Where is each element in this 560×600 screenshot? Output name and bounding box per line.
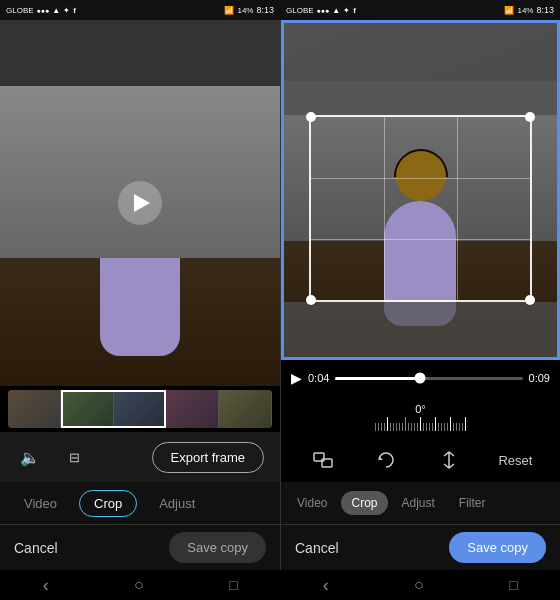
right-video-preview[interactable] [281,20,560,360]
ruler-tick [390,423,391,431]
fb-left: f [73,6,76,15]
reset-button[interactable]: Reset [498,453,532,468]
time-left: 8:13 [256,5,274,15]
strip-container[interactable] [8,390,272,428]
left-controls: 🔈 ⊟ Export frame [0,432,280,482]
rotation-ruler[interactable] [367,417,474,431]
recent-button-right[interactable]: □ [509,577,517,593]
progress-dot[interactable] [414,373,425,384]
right-bottom-bar: Cancel Save copy [281,524,560,570]
home-button-right[interactable]: ○ [414,576,424,594]
ruler-tick [432,423,433,431]
save-copy-button-left[interactable]: Save copy [169,532,266,563]
battery-right: 14% [517,6,533,15]
play-button-left[interactable] [118,181,162,225]
signal-left: ●●● [37,7,50,14]
strip-frame-4 [166,390,219,428]
home-button-left[interactable]: ○ [134,576,144,594]
save-copy-button-right[interactable]: Save copy [449,532,546,563]
tab-video-right[interactable]: Video [287,491,337,515]
ruler-tick [384,423,385,431]
wifi-right: ▲ [332,6,340,15]
left-bottom-bar: Cancel Save copy [0,524,280,570]
progress-fill [335,377,419,380]
ruler-tick [414,423,415,431]
bottom-nav-left: ‹ ○ □ [0,570,280,600]
tab-adjust-left[interactable]: Adjust [145,491,209,516]
status-bar-left: GLOBE ●●● ▲ ✦ f 📶 14% 8:13 [0,0,280,20]
crop-grid-v1 [384,117,385,300]
tab-crop-right[interactable]: Crop [341,491,387,515]
crop-grid-h1 [311,178,530,179]
battery-icon-right: 📶 [504,6,514,15]
export-frame-button[interactable]: Export frame [152,442,264,473]
crop-handle-tl[interactable] [306,112,316,122]
right-tools-bar: Reset [281,438,560,482]
flip-button[interactable] [435,446,463,474]
ruler-tick [444,423,445,431]
rotate-button[interactable] [372,446,400,474]
right-tab-bar: Video Crop Adjust Filter [281,482,560,524]
back-button-right[interactable]: ‹ [323,575,329,596]
right-playback-bar: ▶ 0:04 0:09 [281,360,560,396]
aspect-ratio-button[interactable] [309,446,337,474]
ruler-tick [417,423,418,431]
strip-frame-5 [219,390,272,428]
ruler-tick [456,423,457,431]
ruler-tick [447,423,448,431]
ruler-tick-major [405,417,406,431]
subtitles-button[interactable]: ⊟ [60,443,88,471]
crop-grid-v2 [457,117,458,300]
ruler-tick [462,423,463,431]
ruler-tick-major [387,417,388,431]
play-button-right[interactable]: ▶ [291,370,302,386]
back-button-left[interactable]: ‹ [43,575,49,596]
aspect-ratio-icon [312,449,334,471]
left-video-preview[interactable] [0,20,280,386]
cancel-button-left[interactable]: Cancel [14,540,58,556]
ruler-tick [423,423,424,431]
crop-bottom-overlay [281,302,560,360]
tab-adjust-right[interactable]: Adjust [392,491,445,515]
strip-frame-1 [8,390,61,428]
total-time: 0:09 [529,372,550,384]
recent-button-left[interactable]: □ [229,577,237,593]
ruler-tick [459,423,460,431]
status-bar-right: GLOBE ●●● ▲ ✦ f 📶 14% 8:13 [280,0,560,20]
progress-bar[interactable] [335,377,522,380]
left-tab-bar: Video Crop Adjust [0,482,280,524]
ruler-tick-major [435,417,436,431]
signal-right: ●●● [317,7,330,14]
ruler-tick [411,423,412,431]
svg-marker-2 [379,456,383,460]
timeline-strip[interactable] [0,386,280,432]
strip-selection [61,390,167,428]
rotation-angle: 0° [415,403,426,415]
crop-top-overlay [281,20,560,115]
wifi-left: ▲ [52,6,60,15]
wall-bg [0,86,280,258]
ruler-tick-major [450,417,451,431]
battery-icon-left: 📶 [224,6,234,15]
play-triangle-left [134,194,150,212]
time-right: 8:13 [536,5,554,15]
ruler-tick [408,423,409,431]
ruler-tick [399,423,400,431]
ruler-tick [396,423,397,431]
volume-button[interactable]: 🔈 [16,443,44,471]
tab-video-left[interactable]: Video [10,491,71,516]
ruler-tick [393,423,394,431]
tab-crop-left[interactable]: Crop [79,490,137,517]
crop-grid-h2 [311,239,530,240]
carrier-left: GLOBE [6,6,34,15]
bt-left: ✦ [63,6,70,15]
rotate-icon [375,449,397,471]
ruler-tick [375,423,376,431]
crop-region[interactable] [309,115,532,302]
ruler-tick [402,423,403,431]
ruler-tick [438,423,439,431]
cancel-button-right[interactable]: Cancel [295,540,339,556]
carrier-right: GLOBE [286,6,314,15]
current-time: 0:04 [308,372,329,384]
tab-filter-right[interactable]: Filter [449,491,496,515]
